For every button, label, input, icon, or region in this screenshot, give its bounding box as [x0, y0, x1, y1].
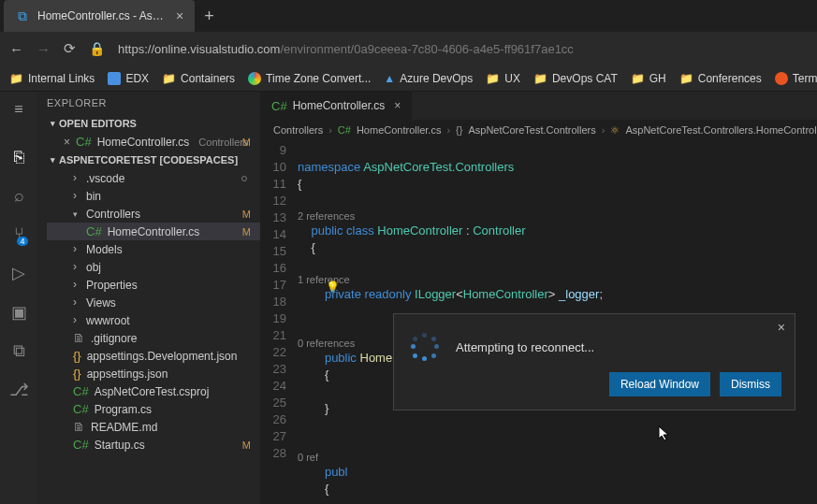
- file-icon: 🗎: [73, 420, 85, 434]
- tree-item-label: Startup.cs: [95, 439, 145, 452]
- explorer-title: EXPLORER: [37, 92, 260, 114]
- chevron-icon: [73, 279, 80, 292]
- close-tab-icon[interactable]: ×: [176, 8, 183, 23]
- browser-tab[interactable]: ⧉ HomeController.cs - AspNetCor... ×: [4, 0, 195, 32]
- tree-item-label: obj: [86, 261, 101, 274]
- reconnect-dialog: × Attempting to reconnect... Reload Wind…: [393, 313, 795, 410]
- folder-icon: 📁: [631, 72, 645, 85]
- run-icon[interactable]: ▷: [12, 263, 25, 283]
- file-label: HomeController.cs: [97, 136, 190, 149]
- explorer-sidebar: EXPLORER OPEN EDITORS × C# HomeControlle…: [37, 92, 260, 504]
- csharp-icon: C#: [73, 402, 89, 416]
- open-editors-section[interactable]: OPEN EDITORS: [37, 114, 260, 133]
- bookmark-label: Conferences: [698, 72, 762, 85]
- bookmark-label: EDX: [125, 72, 149, 85]
- modified-indicator: M: [242, 439, 251, 451]
- bookmark-item[interactable]: 📁GH: [631, 72, 666, 85]
- new-tab-button[interactable]: +: [204, 7, 214, 26]
- extensions-icon[interactable]: ▣: [11, 302, 27, 323]
- folder-item[interactable]: obj: [47, 258, 260, 276]
- folder-item[interactable]: Properties: [47, 276, 260, 294]
- folder-item[interactable]: bin: [47, 187, 260, 205]
- tree-item-label: wwwroot: [86, 314, 130, 327]
- bookmark-item[interactable]: Time Zone Convert...: [248, 72, 371, 85]
- file-item[interactable]: C#Startup.csM: [47, 436, 260, 454]
- bookmark-item[interactable]: EDX: [108, 72, 149, 85]
- close-icon[interactable]: ×: [778, 320, 785, 335]
- tree-item-label: HomeController.cs: [108, 225, 200, 238]
- folder-item[interactable]: Models: [47, 240, 260, 258]
- folder-item[interactable]: ControllersM: [47, 205, 260, 223]
- file-item[interactable]: C#Program.cs: [47, 400, 260, 418]
- mouse-cursor-icon: [658, 425, 671, 442]
- csharp-icon: C#: [86, 224, 102, 238]
- file-item[interactable]: {}appsettings.json: [47, 365, 260, 382]
- bookmark-label: Containers: [181, 72, 235, 85]
- chevron-icon: [73, 190, 80, 203]
- back-button[interactable]: ←: [9, 41, 23, 57]
- file-item[interactable]: 🗎README.md: [47, 418, 260, 436]
- json-icon: {}: [73, 367, 81, 381]
- vscode-icon: ⧉: [15, 8, 30, 23]
- bookmark-label: Terminal: [793, 72, 817, 85]
- github-icon[interactable]: ⎇: [9, 380, 29, 400]
- csharp-icon: C#: [76, 135, 92, 149]
- folder-item[interactable]: Views: [47, 294, 260, 311]
- forward-button[interactable]: →: [36, 41, 51, 57]
- bookmark-item[interactable]: ▲Azure DevOps: [384, 72, 473, 85]
- csharp-icon: C#: [271, 99, 287, 113]
- file-item[interactable]: C#HomeController.csM: [47, 223, 260, 240]
- csharp-icon: C#: [73, 438, 89, 452]
- url-field[interactable]: https://online.visualstudio.com/environm…: [118, 42, 574, 56]
- bookmark-item[interactable]: 📁DevOps CAT: [533, 72, 618, 85]
- chevron-icon: [73, 314, 80, 327]
- menu-button[interactable]: ≡: [14, 101, 22, 118]
- file-dir-label: Controllers: [198, 137, 248, 148]
- file-item[interactable]: C#AspNetCoreTest.csproj: [47, 382, 260, 400]
- search-icon[interactable]: ⌕: [14, 186, 24, 206]
- close-icon[interactable]: ×: [64, 136, 70, 149]
- timezone-icon: [248, 72, 261, 85]
- tree-item-label: .gitignore: [91, 332, 137, 345]
- modified-indicator: M: [242, 226, 251, 238]
- folder-item[interactable]: .vscode: [47, 169, 260, 187]
- tree-item-label: appsettings.Development.json: [87, 350, 238, 363]
- folder-item[interactable]: wwwroot: [47, 311, 260, 329]
- bookmark-label: DevOps CAT: [552, 72, 618, 85]
- csharp-icon: C#: [73, 384, 89, 398]
- remote-icon[interactable]: ⧉: [13, 341, 25, 361]
- refresh-button[interactable]: ⟳: [64, 40, 76, 57]
- explorer-icon[interactable]: ⎘: [14, 148, 24, 167]
- lightbulb-icon[interactable]: 💡: [326, 281, 340, 294]
- close-icon[interactable]: ×: [394, 99, 401, 112]
- workspace-section[interactable]: ASPNETCORETEST [CODESPACES]: [37, 151, 260, 169]
- dirty-dot-icon: [241, 176, 247, 181]
- bookmark-label: Internal Links: [28, 72, 95, 85]
- file-tree: .vscodebinControllersMC#HomeController.c…: [37, 169, 260, 454]
- file-item[interactable]: {}appsettings.Development.json: [47, 347, 260, 365]
- editor-tab[interactable]: C# HomeController.cs ×: [260, 92, 413, 120]
- bookmark-item[interactable]: 📁Containers: [162, 72, 235, 85]
- reload-window-button[interactable]: Reload Window: [609, 372, 710, 396]
- bookmark-item[interactable]: 📁Internal Links: [9, 72, 95, 85]
- folder-icon: 📁: [9, 72, 23, 85]
- source-control-icon[interactable]: ⑂4: [14, 224, 24, 244]
- tree-item-label: appsettings.json: [87, 367, 168, 381]
- browser-titlebar: ⧉ HomeController.cs - AspNetCor... × +: [0, 0, 817, 32]
- bookmark-item[interactable]: 📁UX: [486, 72, 520, 85]
- spinner-icon: [411, 333, 439, 361]
- tree-item-label: bin: [86, 190, 101, 203]
- bookmark-item[interactable]: Terminal: [775, 72, 817, 85]
- file-item[interactable]: 🗎.gitignore: [47, 329, 260, 347]
- folder-icon: 📁: [679, 72, 693, 85]
- bookmark-item[interactable]: 📁Conferences: [679, 72, 762, 85]
- bookmark-label: UX: [504, 72, 520, 85]
- dismiss-button[interactable]: Dismiss: [720, 372, 781, 396]
- breadcrumb[interactable]: Controllers› C#HomeController.cs› {}AspN…: [260, 120, 817, 140]
- tree-item-label: AspNetCoreTest.csproj: [95, 385, 210, 398]
- chevron-icon: [73, 208, 80, 221]
- tree-item-label: Views: [86, 296, 116, 310]
- dialog-message: Attempting to reconnect...: [456, 340, 594, 354]
- open-editor-file[interactable]: × C# HomeController.cs Controllers M: [37, 133, 260, 151]
- folder-icon: 📁: [486, 72, 500, 85]
